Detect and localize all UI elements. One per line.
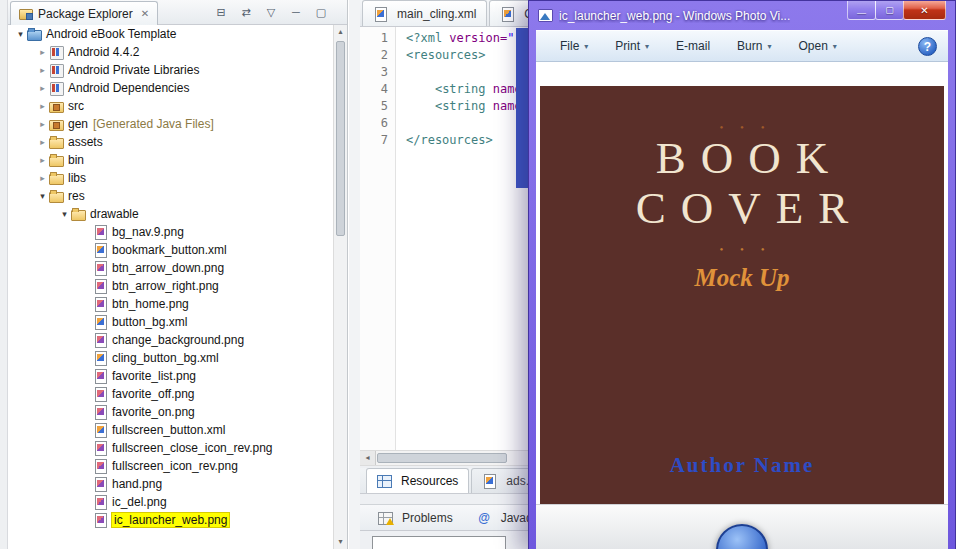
package-explorer-tree: ▾Android eBook Template▸Android 4.4.2▸An… xyxy=(8,25,333,549)
package-explorer-tab-label: Package Explorer xyxy=(38,7,133,21)
minimize-button[interactable]: — xyxy=(847,1,876,20)
srcfolder-file-icon xyxy=(49,99,64,113)
package-explorer-header: Package Explorer ✕ ⊟⇄▽─▢ xyxy=(8,0,347,25)
library-file-icon xyxy=(49,81,64,95)
panel-sash[interactable] xyxy=(349,0,360,549)
tree-item-src[interactable]: ▸src xyxy=(8,97,333,115)
tree-item-label: favorite_list.png xyxy=(112,369,196,383)
view-menu-icon[interactable]: ▽ xyxy=(263,4,279,20)
tree-item-favorite-on-png[interactable]: favorite_on.png xyxy=(8,403,333,421)
menu-item-print[interactable]: Print▾ xyxy=(615,39,649,53)
tree-item-ic-del-png[interactable]: ic_del.png xyxy=(8,493,333,511)
tree-item-bookmark-button-xml[interactable]: bookmark_button.xml xyxy=(8,241,333,259)
tree-item-label: bg_nav.9.png xyxy=(112,225,184,239)
expand-arrow-icon[interactable]: ▸ xyxy=(36,173,49,183)
viewer-content: • • • BOOK COVER • • • Mock Up Author Na… xyxy=(536,62,948,549)
expand-arrow-icon[interactable]: ▸ xyxy=(36,101,49,111)
viewer-title: ic_launcher_web.png - Windows Photo Vi..… xyxy=(559,9,790,23)
tree-item-libs[interactable]: ▸libs xyxy=(8,169,333,187)
tree-item-gen[interactable]: ▸gen[Generated Java Files] xyxy=(8,115,333,133)
expand-arrow-icon[interactable]: ▸ xyxy=(36,47,49,57)
maximize-icon[interactable]: ▢ xyxy=(313,4,329,20)
expand-arrow-icon[interactable]: ▸ xyxy=(36,119,49,129)
tree-item-ic-launcher-web-png[interactable]: ic_launcher_web.png xyxy=(8,511,333,529)
package-explorer-scrollbar[interactable]: ▴ ▾ xyxy=(333,25,347,549)
tree-item-assets[interactable]: ▸assets xyxy=(8,133,333,151)
tree-item-label: src xyxy=(68,99,84,113)
tree-item-android-ebook-template[interactable]: ▾Android eBook Template xyxy=(8,25,333,43)
menu-item-file[interactable]: File▾ xyxy=(560,39,588,53)
code-line: <?xml version=" xyxy=(406,31,522,48)
javadoc-icon: @ xyxy=(477,511,492,525)
code-line xyxy=(406,65,522,82)
tree-item-fullscreen-icon-rev-png[interactable]: fullscreen_icon_rev.png xyxy=(8,457,333,475)
line-number: 6 xyxy=(360,116,395,133)
expand-arrow-icon[interactable]: ▸ xyxy=(36,65,49,75)
folder-file-icon xyxy=(49,135,64,149)
tree-item-android-private-libraries[interactable]: ▸Android Private Libraries xyxy=(8,61,333,79)
tree-item-hand-png[interactable]: hand.png xyxy=(8,475,333,493)
menu-item-open[interactable]: Open▾ xyxy=(798,39,836,53)
tree-item-btn-arrow-down-png[interactable]: btn_arrow_down.png xyxy=(8,259,333,277)
xml-file-icon xyxy=(93,351,108,365)
tree-item-label: libs xyxy=(68,171,86,185)
line-number: 5 xyxy=(360,99,395,116)
play-slideshow-button[interactable] xyxy=(716,524,768,549)
menu-item-label: File xyxy=(560,39,579,53)
tree-item-fullscreen-close-icon-rev-png[interactable]: fullscreen_close_icon_rev.png xyxy=(8,439,333,457)
tree-item-bg-nav-9-png[interactable]: bg_nav.9.png xyxy=(8,223,333,241)
close-icon[interactable]: ✕ xyxy=(141,8,149,19)
page-tab-resources[interactable]: Resources xyxy=(366,468,469,493)
tree-item-label: assets xyxy=(68,135,103,149)
tree-item-fullscreen-button-xml[interactable]: fullscreen_button.xml xyxy=(8,421,333,439)
scroll-down-icon[interactable]: ▾ xyxy=(334,535,347,549)
package-explorer-tab[interactable]: Package Explorer ✕ xyxy=(10,1,158,25)
png-file-icon xyxy=(93,261,108,275)
cover-author: Author Name xyxy=(540,453,944,478)
code-token: <string xyxy=(435,99,493,113)
collapse-arrow-icon[interactable]: ▾ xyxy=(36,191,49,201)
cover-dots-middle: • • • xyxy=(540,243,944,255)
tree-item-favorite-list-png[interactable]: favorite_list.png xyxy=(8,367,333,385)
scroll-up-icon[interactable]: ▴ xyxy=(334,25,347,39)
link-with-editor-icon[interactable]: ⇄ xyxy=(238,4,254,20)
menu-item-e-mail[interactable]: E-mail xyxy=(676,39,710,53)
tree-item-android-4-4-2[interactable]: ▸Android 4.4.2 xyxy=(8,43,333,61)
expand-arrow-icon[interactable]: ▸ xyxy=(36,155,49,165)
menu-item-label: Burn xyxy=(737,39,762,53)
tree-item-label: fullscreen_icon_rev.png xyxy=(112,459,238,473)
tree-item-label: fullscreen_button.xml xyxy=(112,423,225,437)
tree-item-button-bg-xml[interactable]: button_bg.xml xyxy=(8,313,333,331)
tree-item-android-dependencies[interactable]: ▸Android Dependencies xyxy=(8,79,333,97)
scrollbar-thumb[interactable] xyxy=(377,453,507,463)
scrollbar-thumb[interactable] xyxy=(336,41,345,236)
line-number: 2 xyxy=(360,48,395,65)
expand-arrow-icon[interactable]: ▸ xyxy=(36,83,49,93)
editor-tab-main-cling-xml[interactable]: main_cling.xml xyxy=(362,0,487,26)
tree-item-bin[interactable]: ▸bin xyxy=(8,151,333,169)
tree-item-btn-arrow-right-png[interactable]: btn_arrow_right.png xyxy=(8,277,333,295)
photo-icon xyxy=(538,9,553,22)
tree-item-change-background-png[interactable]: change_background.png xyxy=(8,331,333,349)
menu-item-label: Open xyxy=(798,39,827,53)
package-explorer-icon xyxy=(19,7,33,20)
tree-item-btn-home-png[interactable]: btn_home.png xyxy=(8,295,333,313)
menu-item-burn[interactable]: Burn▾ xyxy=(737,39,771,53)
scroll-left-icon[interactable]: ◂ xyxy=(360,451,376,465)
expand-arrow-icon[interactable]: ▸ xyxy=(36,137,49,147)
close-button[interactable]: ✕ xyxy=(903,1,946,20)
maximize-button[interactable]: ▢ xyxy=(875,1,904,20)
collapse-arrow-icon[interactable]: ▾ xyxy=(58,209,71,219)
tree-item-res[interactable]: ▾res xyxy=(8,187,333,205)
folder-file-icon xyxy=(49,171,64,185)
tree-item-cling-button-bg-xml[interactable]: cling_button_bg.xml xyxy=(8,349,333,367)
tree-item-drawable[interactable]: ▾drawable xyxy=(8,205,333,223)
collapse-arrow-icon[interactable]: ▾ xyxy=(14,29,27,39)
chevron-down-icon: ▾ xyxy=(584,42,588,51)
help-button[interactable]: ? xyxy=(918,37,937,56)
minimize-icon[interactable]: ─ xyxy=(288,4,304,20)
code-line: <string name xyxy=(406,99,522,116)
view-tab-problems[interactable]: Problems xyxy=(368,505,463,531)
collapse-all-icon[interactable]: ⊟ xyxy=(213,4,229,20)
tree-item-favorite-off-png[interactable]: favorite_off.png xyxy=(8,385,333,403)
